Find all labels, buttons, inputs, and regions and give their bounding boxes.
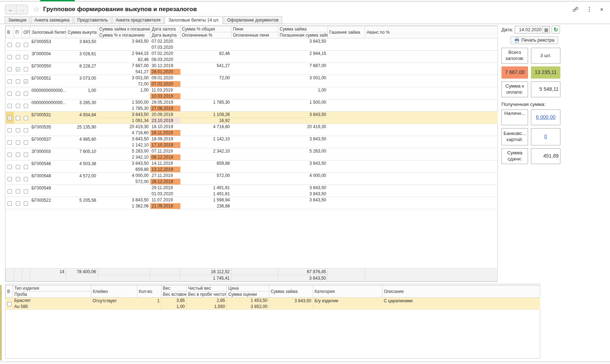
favorite-star-icon[interactable]: ☆ [33,5,40,14]
row-check-v[interactable] [8,43,12,47]
loan-due[interactable]: 5 263,00 [98,148,150,154]
row-check-p[interactable] [16,104,20,108]
item-fineness[interactable]: Au 585 [13,304,91,310]
ticket-number[interactable]: БГ000550 [30,63,66,75]
row-check-op[interactable] [24,92,28,96]
tab-0[interactable]: Заемщик [5,16,30,24]
loan-repayment[interactable] [328,112,365,124]
loan-repaid[interactable]: 3 843,50 [278,191,328,197]
peni-paid[interactable] [231,81,278,87]
ticket-row-1[interactable]: ЗГ0000043 026,612 944,1507.02.202082,462… [6,51,498,57]
loan-sum[interactable]: 2 944,15 [278,51,328,57]
row-check-op[interactable]: ✓ [24,79,28,84]
loan-sum[interactable]: 4 000,00 [278,173,328,179]
row-check-op[interactable] [24,165,28,169]
loan-due[interactable]: 2 944,15 [98,51,150,57]
row-check-v[interactable] [8,92,12,96]
peni-paid[interactable] [231,191,278,197]
loan-repayment[interactable] [328,160,365,173]
peni[interactable] [231,148,278,154]
buyout-sum[interactable]: 3 026,61 [66,51,98,63]
percent-total[interactable]: 82,46 [180,51,231,57]
percent-total[interactable]: 72,00 [180,75,231,81]
buyout-sum[interactable]: 3 073,00 [66,75,98,87]
item-loan-sum[interactable]: 3 843,50 [269,298,313,310]
pledge-date[interactable]: 07.11.2019 [150,148,180,154]
refresh-button[interactable]: ↻ [551,25,560,34]
redeem-date[interactable]: 26.12.2019 [150,179,180,185]
loan-repaid[interactable] [278,93,328,99]
item-weight[interactable]: 3,65 [161,298,187,304]
left-panel-edge[interactable] [0,285,2,360]
row-check-op[interactable] [24,201,28,206]
loan-repaid[interactable] [278,81,328,87]
ticket-number[interactable]: 0000000000000… [30,99,66,112]
loan-due[interactable]: 3 843,50 [98,136,150,142]
redeem-date[interactable]: 27.06.2019 [150,106,180,112]
loan-due[interactable]: 3 843,50 [98,160,150,167]
row-check-p[interactable] [16,165,20,169]
calendar-icon[interactable]: ▦ [542,26,549,33]
row-check-v[interactable] [8,189,12,193]
buyout-sum[interactable] [66,185,98,197]
percent-paid[interactable] [180,142,231,148]
item-type[interactable]: Браслет [13,298,91,304]
loan-sum[interactable]: 3 001,00 [278,75,328,81]
row-check-op[interactable] [24,116,28,120]
row-check-v[interactable] [8,201,12,206]
loan-due[interactable]: 4 000,00 [98,173,150,179]
percent-paid[interactable]: 1 491,61 [180,191,231,197]
print-registry-button[interactable]: Печать реестра [510,36,558,44]
pledge-date[interactable]: 11.07.2019 [150,197,180,203]
ticket-row-3[interactable]: ✓БГ0005513 073,003 001,0009.01.202072,00… [6,75,498,81]
peni-paid[interactable] [231,69,278,75]
advance-percent[interactable] [365,99,498,112]
percent-paid[interactable] [180,57,231,63]
loan-repayment[interactable] [328,38,365,51]
loan-repayment[interactable] [328,99,365,112]
pledge-date[interactable]: 27.11.2019 [150,173,180,179]
percent-due[interactable] [98,45,150,51]
loan-repaid[interactable] [278,154,328,160]
advance-percent[interactable] [365,38,498,51]
ticket-row-8[interactable]: БГ0005374 985,603 843,5018.09.20191 142,… [6,136,498,142]
percent-due[interactable]: 541,27 [98,69,150,75]
percent-due[interactable]: 72,00 [98,81,150,87]
row-check-p[interactable] [16,79,20,84]
redeem-date[interactable]: 10.03.2019 [150,93,180,99]
buyout-sum[interactable]: 25 135,90 [66,124,98,136]
row-check-v[interactable] [8,67,12,71]
loan-repayment[interactable] [328,87,365,99]
advance-percent[interactable] [365,87,498,99]
percent-total[interactable]: 2 342,10 [180,148,231,154]
ticket-number[interactable]: БГ000549 [30,185,66,197]
tab-5[interactable]: Оформление документов [224,16,282,24]
card-value-link[interactable]: 0 [544,134,547,140]
percent-paid[interactable] [180,154,231,160]
row-check-op[interactable] [24,189,28,193]
loan-repaid[interactable] [278,179,328,185]
ticket-number[interactable]: БГ000551 [30,75,66,87]
peni-paid[interactable] [231,179,278,185]
loan-sum[interactable]: 3 843,50 [278,197,328,203]
item-row-0[interactable]: БраслетОтсутствует13,652,651 453,503 843… [6,298,540,304]
ticket-row-0[interactable]: БГ0005533 843,503 843,5007.02.20203 843,… [6,38,498,45]
advance-percent[interactable] [365,124,498,136]
peni[interactable] [231,197,278,203]
pledge-date[interactable]: 18.09.2019 [150,136,180,142]
percent-total[interactable]: 1 108,26 [180,112,231,118]
percent-due[interactable]: 2 342,10 [98,154,150,160]
buyout-sum[interactable]: 4 934,84 [66,112,98,124]
redeem-date[interactable]: 07.03.2020 [150,45,180,51]
peni-paid[interactable] [231,130,278,136]
peni-paid[interactable] [231,154,278,160]
peni[interactable] [231,136,278,142]
row-check-v[interactable] [8,128,12,132]
peni-paid[interactable] [231,93,278,99]
redeem-date[interactable]: 13.12.2019 [150,167,180,173]
pledge-date[interactable]: 18.10.2019 [150,124,180,130]
peni-paid[interactable] [231,106,278,112]
row-check-v[interactable] [8,140,12,145]
peni-paid[interactable] [231,167,278,173]
row-check-v[interactable] [8,165,12,169]
